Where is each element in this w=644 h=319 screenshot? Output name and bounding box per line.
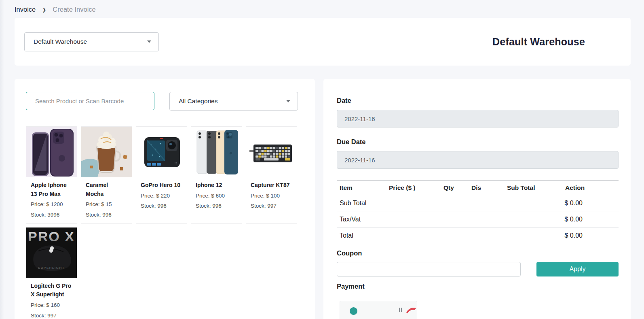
- product-name: Capturer KT87: [251, 181, 292, 190]
- product-info: Apple Iphone 13 Pro Max Price: $ 1200 St…: [26, 177, 77, 223]
- product-price: Price: $ 100: [251, 191, 292, 200]
- product-image: PRO X SUPERLIGHT: [26, 228, 77, 278]
- date-label: Date: [337, 97, 619, 104]
- breadcrumb-invoice[interactable]: Invoice: [15, 6, 36, 13]
- product-price: Price: $ 160: [31, 301, 72, 310]
- gray-bars-icon: [399, 308, 402, 312]
- payment-method-option[interactable]: [340, 301, 417, 319]
- table-header-cell: Item: [337, 184, 386, 191]
- date-input[interactable]: [337, 110, 619, 128]
- product-stock: Stock: 997: [251, 202, 292, 211]
- due-date-label: Due Date: [337, 138, 619, 146]
- table-header-cell: Price ($ ): [386, 184, 441, 191]
- product-name: Apple Iphone 13 Pro Max: [31, 181, 72, 198]
- due-date-input[interactable]: [337, 151, 619, 169]
- payment-label: Payment: [337, 283, 619, 290]
- summary-label: Tax/Vat: [340, 216, 361, 223]
- svg-text:PRO X: PRO X: [28, 229, 75, 244]
- table-header-cell: Sub Total: [504, 184, 562, 191]
- product-price: Price: $ 220: [141, 191, 182, 200]
- invoice-items-table: ItemPrice ($ )QtyDisSub TotalAction Sub …: [337, 180, 619, 244]
- warehouse-select-value: Default Warehouse: [34, 38, 87, 45]
- warehouse-select[interactable]: Default Warehouse: [24, 32, 159, 51]
- product-info: GoPro Hero 10 Price: $ 220 Stock: 996: [136, 177, 187, 215]
- summary-label: Total: [340, 232, 353, 239]
- product-stock: Stock: 996: [196, 202, 237, 211]
- table-header-cell: Qty: [441, 184, 469, 191]
- coupon-input[interactable]: [337, 262, 521, 276]
- product-image: [81, 127, 132, 177]
- product-image: [136, 127, 187, 177]
- category-select[interactable]: All Categories: [169, 92, 298, 111]
- summary-value: $ 0.00: [565, 232, 583, 239]
- category-select-value: All Categories: [179, 98, 218, 105]
- svg-text:SUPERLIGHT: SUPERLIGHT: [38, 266, 65, 270]
- product-info: Iphone 12 Price: $ 600 Stock: 996: [191, 177, 242, 215]
- summary-row: Sub Total $ 0.00: [337, 195, 619, 211]
- product-image: [26, 127, 77, 177]
- chevron-down-icon: [147, 40, 151, 43]
- product-name: Logitech G Pro X Superlight: [31, 282, 72, 299]
- product-price: Price: $ 600: [196, 191, 237, 200]
- summary-label: Sub Total: [340, 200, 366, 207]
- chevron-down-icon: [286, 100, 290, 102]
- breadcrumb-create-invoice: Create Invoice: [53, 6, 95, 13]
- page-title: Default Warehouse: [492, 36, 585, 48]
- product-image: [191, 127, 242, 177]
- product-name: Iphone 12: [196, 181, 237, 190]
- summary-row: Tax/Vat $ 0.00: [337, 211, 619, 228]
- invoice-table-summary: Sub Total $ 0.00Tax/Vat $ 0.00Total $ 0.…: [337, 195, 619, 244]
- product-price: Price: $ 15: [86, 200, 127, 209]
- product-info: Capturer KT87 Price: $ 100 Stock: 997: [246, 177, 297, 215]
- invoice-panel: Date Due Date ItemPrice ($ )QtyDisSub To…: [323, 79, 631, 319]
- product-card[interactable]: PRO X SUPERLIGHT Logitech G Pro X Superl…: [26, 227, 77, 319]
- teal-money-circle-icon: [350, 307, 357, 315]
- table-header-cell: Action: [562, 184, 619, 191]
- product-panel: All Categories Apple Iphone 13 Pro Max P…: [15, 79, 315, 319]
- summary-value: $ 0.00: [565, 216, 583, 223]
- chevron-right-icon: ❯: [42, 7, 46, 13]
- product-grid: Apple Iphone 13 Pro Max Price: $ 1200 St…: [26, 126, 304, 319]
- product-info: Caramel Mocha Price: $ 15 Stock: 996: [81, 177, 132, 223]
- search-input[interactable]: [26, 92, 154, 110]
- invoice-table-header: ItemPrice ($ )QtyDisSub TotalAction: [337, 180, 619, 195]
- product-card[interactable]: GoPro Hero 10 Price: $ 220 Stock: 996: [136, 126, 187, 224]
- breadcrumb: Invoice ❯ Create Invoice: [0, 0, 644, 18]
- product-image: [246, 127, 297, 177]
- summary-row: Total $ 0.00: [337, 228, 619, 244]
- product-info: Logitech G Pro X Superlight Price: $ 160…: [26, 278, 77, 319]
- product-price: Price: $ 1200: [31, 200, 72, 209]
- product-card[interactable]: Caramel Mocha Price: $ 15 Stock: 996: [81, 126, 132, 224]
- product-card[interactable]: Capturer KT87 Price: $ 100 Stock: 997: [246, 126, 297, 224]
- product-name: GoPro Hero 10: [141, 181, 182, 190]
- product-card[interactable]: Iphone 12 Price: $ 600 Stock: 996: [191, 126, 242, 224]
- product-stock: Stock: 997: [31, 311, 72, 319]
- product-name: Caramel Mocha: [86, 181, 127, 198]
- product-stock: Stock: 3996: [31, 211, 72, 219]
- product-card[interactable]: Apple Iphone 13 Pro Max Price: $ 1200 St…: [26, 126, 77, 224]
- summary-value: $ 0.00: [565, 200, 583, 207]
- coupon-label: Coupon: [337, 249, 619, 257]
- red-swoosh-icon: [406, 306, 416, 314]
- warehouse-bar: Default Warehouse Default Warehouse: [15, 18, 631, 66]
- product-stock: Stock: 996: [141, 202, 182, 211]
- product-stock: Stock: 996: [86, 211, 127, 219]
- apply-coupon-button[interactable]: Apply: [536, 262, 619, 276]
- table-header-cell: Dis: [469, 184, 504, 191]
